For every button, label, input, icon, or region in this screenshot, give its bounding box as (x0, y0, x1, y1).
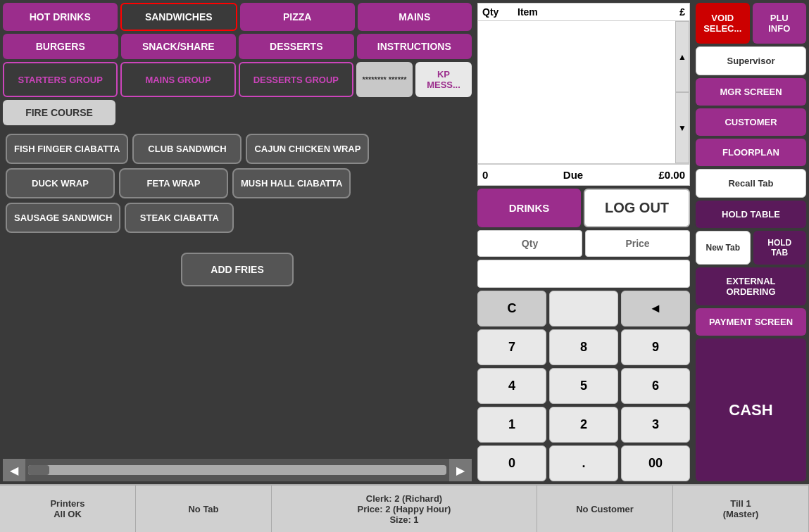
stars-btn[interactable]: ******** ****** (356, 62, 413, 97)
printers-status: PrintersAll OK (0, 486, 136, 532)
price-display: Price (585, 230, 690, 257)
clear-btn[interactable]: C (477, 291, 546, 327)
drinks-btn[interactable]: DRINKS (477, 189, 581, 227)
desserts-group-btn[interactable]: DESSERTS GROUP (239, 62, 353, 97)
num4-btn[interactable]: 4 (477, 368, 546, 404)
cajun-chicken-wrap-btn[interactable]: CAJUN CHICKEN WRAP (246, 134, 369, 164)
hold-table-btn[interactable]: HOLD TABLE (696, 201, 806, 228)
order-due-row: 0 Due £0.00 (477, 164, 690, 186)
scroll-right-btn[interactable]: ▶ (449, 459, 472, 481)
instructions-btn[interactable]: INSTRUCTIONS (357, 34, 472, 59)
scroll-thumb (28, 465, 49, 475)
till-status: Till 1(Master) (673, 486, 809, 532)
sandwiches-btn[interactable]: SANDWICHES (120, 3, 238, 31)
qty-price-row: Qty Price (477, 230, 690, 257)
due-label: Due (518, 169, 629, 181)
num3-btn[interactable]: 3 (621, 407, 690, 443)
clerk-label: Clerk: 2 (Richard) (366, 493, 442, 504)
logout-btn[interactable]: LOG OUT (584, 189, 690, 227)
due-qty: 0 (482, 169, 518, 181)
mains-group-btn[interactable]: MAINS GROUP (120, 62, 235, 97)
mains-btn[interactable]: MAINS (358, 3, 472, 31)
feta-wrap-btn[interactable]: FETA WRAP (119, 168, 228, 198)
steak-ciabatta-btn[interactable]: STEAK CIABATTA (125, 203, 234, 233)
food-row-2: DUCK WRAP FETA WRAP MUSH HALL CIABATTA (6, 168, 469, 198)
scroll-row: ◀ ▶ (3, 459, 472, 481)
newtab-holdtab-row: New Tab HOLDTAB (696, 231, 806, 265)
status-bar: PrintersAll OK No Tab Clerk: 2 (Richard)… (0, 484, 809, 532)
add-fries-btn[interactable]: ADD FRIES (181, 253, 293, 286)
desserts-btn[interactable]: DESSERTS (239, 34, 354, 59)
clerk-status: Clerk: 2 (Richard) Price: 2 (Happy Hour)… (272, 486, 537, 532)
new-tab-btn[interactable]: New Tab (696, 231, 751, 265)
scroll-down-btn[interactable]: ▼ (675, 92, 689, 163)
burgers-btn[interactable]: BURGERS (3, 34, 118, 59)
food-row-3: SAUSAGE SANDWICH STEAK CIABATTA (6, 203, 469, 233)
pizza-btn[interactable]: PIZZA (240, 3, 355, 31)
order-table-header: Qty Item £ (478, 4, 689, 21)
center-panel: Qty Item £ ▲ ▼ 0 Due £0.00 DRINKS LOG OU… (475, 0, 693, 484)
floorplan-btn[interactable]: FLOORPLAN (696, 139, 806, 166)
action-row: DRINKS LOG OUT (477, 189, 690, 227)
plu-info-btn[interactable]: PLUINFO (753, 3, 807, 44)
fire-course-row: FIRE COURSE (3, 100, 472, 125)
menu-row-3: STARTERS GROUP MAINS GROUP DESSERTS GROU… (3, 62, 472, 97)
num6-btn[interactable]: 6 (621, 368, 690, 404)
cash-btn[interactable]: CASH (696, 338, 806, 481)
order-table: Qty Item £ ▲ ▼ (477, 3, 690, 164)
void-plu-row: VOIDSELEC... PLUINFO (696, 3, 806, 44)
num8-btn[interactable]: 8 (549, 329, 618, 365)
fire-course-btn[interactable]: FIRE COURSE (3, 100, 115, 125)
scroll-track[interactable] (28, 465, 446, 475)
price-label: Price: 2 (Happy Hour) (358, 504, 451, 514)
col-qty-header: Qty (482, 6, 518, 18)
fish-finger-ciabatta-btn[interactable]: FISH FINGER CIABATTA (6, 134, 128, 164)
supervisor-btn[interactable]: Supervisor (696, 46, 806, 75)
customer-btn[interactable]: CUSTOMER (696, 108, 806, 136)
num5-btn[interactable]: 5 (549, 368, 618, 404)
food-row-1: FISH FINGER CIABATTA CLUB SANDWICH CAJUN… (6, 134, 469, 164)
snack-share-btn[interactable]: SNACK/SHARE (121, 34, 237, 59)
col-price-header: £ (643, 6, 685, 18)
due-amount: £0.00 (629, 169, 685, 181)
scroll-left-btn[interactable]: ◀ (3, 459, 25, 481)
till-label: Till 1(Master) (723, 498, 759, 519)
num1-btn[interactable]: 1 (477, 407, 546, 443)
kp-mess-btn[interactable]: KP MESS... (415, 62, 472, 97)
right-panel: VOIDSELEC... PLUINFO Supervisor MGR SCRE… (693, 0, 809, 484)
mush-hall-ciabatta-btn[interactable]: MUSH HALL CIABATTA (232, 168, 351, 198)
printers-label: PrintersAll OK (50, 498, 84, 519)
num7-btn[interactable]: 7 (477, 329, 546, 365)
starters-group-btn[interactable]: STARTERS GROUP (3, 62, 118, 97)
void-selec-btn[interactable]: VOIDSELEC... (696, 3, 750, 44)
num9-btn[interactable]: 9 (621, 329, 690, 365)
num0-btn[interactable]: 0 (477, 445, 546, 481)
hot-drinks-btn[interactable]: HOT DRINKS (3, 3, 118, 31)
hold-tab-btn[interactable]: HOLDTAB (753, 231, 807, 265)
no-tab-label: No Tab (188, 504, 218, 514)
mgr-screen-btn[interactable]: MGR SCREEN (696, 78, 806, 106)
sausage-sandwich-btn[interactable]: SAUSAGE SANDWICH (6, 203, 120, 233)
food-items-area: FISH FINGER CIABATTA CLUB SANDWICH CAJUN… (3, 128, 472, 239)
recall-tab-btn[interactable]: Recall Tab (696, 169, 806, 198)
scroll-up-btn[interactable]: ▲ (675, 21, 689, 92)
no-tab-status: No Tab (136, 486, 272, 532)
dot-btn[interactable]: . (549, 445, 618, 481)
left-panel: HOT DRINKS SANDWICHES PIZZA MAINS BURGER… (0, 0, 475, 484)
order-items-area: ▲ ▼ (478, 21, 689, 163)
no-customer-label: No Customer (576, 504, 634, 514)
menu-row-2: BURGERS SNACK/SHARE DESSERTS INSTRUCTION… (3, 34, 472, 59)
payment-screen-btn[interactable]: PAYMENT SCREEN (696, 308, 806, 336)
menu-row-1: HOT DRINKS SANDWICHES PIZZA MAINS (3, 3, 472, 31)
qty-display: Qty (477, 230, 582, 257)
num00-btn[interactable]: 00 (621, 445, 690, 481)
blank-btn[interactable] (549, 291, 618, 327)
num2-btn[interactable]: 2 (549, 407, 618, 443)
col-item-header: Item (518, 6, 643, 18)
size-label: Size: 1 (389, 514, 418, 525)
duck-wrap-btn[interactable]: DUCK WRAP (6, 168, 115, 198)
no-customer-status: No Customer (537, 486, 673, 532)
backspace-btn[interactable]: ◄ (621, 291, 690, 327)
external-ordering-btn[interactable]: EXTERNALORDERING (696, 267, 806, 305)
club-sandwich-btn[interactable]: CLUB SANDWICH (132, 134, 242, 164)
